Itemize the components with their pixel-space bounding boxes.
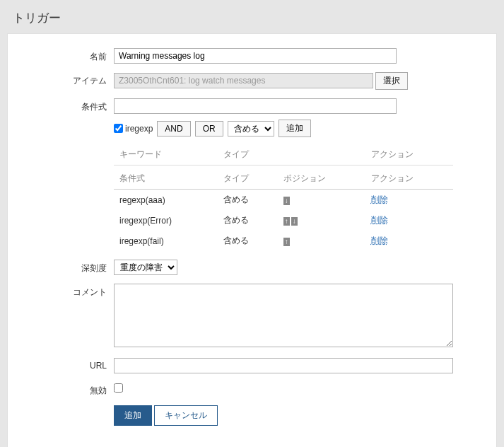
delete-link[interactable]: 削除 (371, 195, 388, 204)
name-input[interactable] (114, 48, 397, 64)
severity-select[interactable]: 重度の障害 (114, 260, 177, 275)
severity-label: 深刻度 (22, 260, 114, 274)
form-panel: 名前 アイテム 選択 条件式 iregexp AND OR 含 (7, 33, 497, 447)
and-button[interactable]: AND (157, 121, 190, 137)
select-button[interactable]: 選択 (375, 72, 408, 90)
col-keyword: キーワード (114, 144, 218, 166)
col-action: アクション (365, 144, 453, 166)
include-select[interactable]: 含める (228, 121, 274, 137)
disabled-label: 無効 (22, 382, 114, 397)
col-position: ポジション (278, 166, 365, 190)
conditions-table: キーワード タイプ アクション 条件式 タイプ ポジション アクション rege… (114, 144, 453, 251)
cond-expr: iregexp(fail) (114, 231, 218, 251)
cond-expr: regexp(aaa) (114, 190, 218, 211)
submit-add-button[interactable]: 追加 (114, 405, 152, 426)
cond-type: 含める (218, 210, 278, 231)
delete-link[interactable]: 削除 (371, 236, 388, 245)
cond-type: 含める (218, 190, 278, 211)
disabled-checkbox[interactable] (114, 383, 123, 393)
comment-textarea[interactable] (114, 284, 453, 347)
arrow-down-icon[interactable]: ↓ (291, 217, 298, 226)
table-row: iregexp(fail) 含める ↑ 削除 (114, 231, 453, 251)
iregexp-checkbox-label[interactable]: iregexp (114, 124, 153, 134)
page-title: トリガー (0, 0, 504, 33)
condition-input[interactable] (114, 98, 397, 114)
url-input[interactable] (114, 358, 453, 373)
table-row: iregexp(Error) 含める ↑↓ 削除 (114, 210, 453, 231)
arrow-up-icon[interactable]: ↑ (283, 217, 290, 226)
col-type2: タイプ (218, 166, 278, 190)
iregexp-checkbox[interactable] (114, 124, 123, 133)
condition-label: 条件式 (22, 98, 114, 113)
add-condition-button[interactable]: 追加 (279, 120, 311, 137)
col-type: タイプ (218, 144, 278, 166)
or-button[interactable]: OR (195, 121, 223, 137)
col-cond: 条件式 (114, 166, 218, 190)
comment-label: コメント (22, 284, 114, 298)
table-row: regexp(aaa) 含める ↓ 削除 (114, 190, 453, 211)
col-action2: アクション (365, 166, 453, 190)
name-label: 名前 (22, 48, 114, 63)
url-label: URL (22, 358, 114, 371)
delete-link[interactable]: 削除 (371, 215, 388, 225)
cond-expr: iregexp(Error) (114, 210, 218, 231)
iregexp-text: iregexp (125, 124, 153, 134)
cond-type: 含める (218, 231, 278, 251)
arrow-up-icon[interactable]: ↑ (283, 238, 290, 246)
item-label: アイテム (22, 72, 114, 87)
cancel-button[interactable]: キャンセル (154, 405, 218, 426)
item-input (114, 73, 373, 88)
arrow-down-icon[interactable]: ↓ (283, 197, 290, 205)
